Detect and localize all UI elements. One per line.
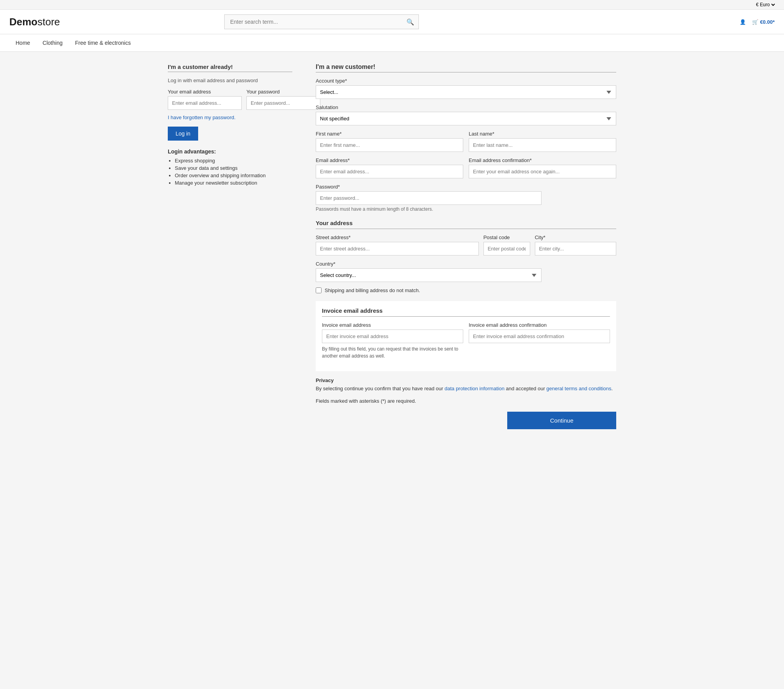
invoice-section-title: Invoice email address (322, 307, 610, 314)
existing-customer-section: I'm a customer already! Log in with emai… (168, 63, 292, 187)
new-customer-divider (316, 72, 616, 72)
invoice-section: Invoice email address Invoice email addr… (316, 301, 616, 371)
privacy-section: Privacy By selecting continue you confir… (316, 377, 616, 393)
salutation-select[interactable]: Not specified Mr. Mrs. Mx. (316, 112, 616, 125)
forgot-password-link[interactable]: I have forgotten my password. (168, 115, 292, 120)
search-input[interactable] (224, 14, 419, 29)
salutation-group: Salutation Not specified Mr. Mrs. Mx. (316, 104, 616, 125)
terms-link[interactable]: general terms and conditions (547, 386, 612, 391)
invoice-email-input[interactable] (322, 330, 463, 343)
account-type-group: Account type* Select... Private customer… (316, 78, 616, 99)
nav-item-free-time[interactable]: Free time & electronics (69, 34, 137, 51)
advantage-item: Save your data and settings (175, 165, 292, 171)
currency-selector[interactable]: € Euro $ USD (754, 2, 776, 8)
account-type-wrap: Select... Private customer Business cust… (316, 85, 616, 99)
country-wrap: Select country... Germany Austria Switze… (316, 268, 541, 282)
top-bar: € Euro $ USD (0, 0, 784, 10)
new-password-input[interactable] (316, 191, 541, 205)
account-link[interactable]: 👤 (740, 19, 746, 25)
header: Demostore 🔍 👤 🛒 €0.00* (0, 10, 784, 34)
postal-group: Postal code (483, 234, 530, 256)
salutation-label: Salutation (316, 104, 616, 110)
country-select[interactable]: Select country... Germany Austria Switze… (316, 268, 541, 282)
cart-icon: 🛒 (752, 19, 758, 25)
data-protection-link[interactable]: data protection information (445, 386, 505, 391)
new-customer-title: I'm a new customer! (316, 63, 616, 70)
invoice-divider (322, 316, 610, 317)
email-confirm-group: Email address confirmation* (469, 157, 616, 178)
cart-link[interactable]: 🛒 €0.00* (752, 19, 775, 25)
email-confirm-label: Email address confirmation* (469, 157, 616, 163)
continue-button[interactable]: Continue (507, 412, 616, 429)
main-content: I'm a customer already! Log in with emai… (158, 63, 626, 441)
email-input[interactable] (168, 96, 242, 110)
invoice-email-label: Invoice email address (322, 322, 463, 328)
continue-row: Continue (316, 412, 616, 441)
account-icon: 👤 (740, 19, 746, 25)
nav-item-clothing[interactable]: Clothing (36, 34, 69, 51)
logo-regular: store (37, 16, 60, 28)
new-password-group: Password* Passwords must have a minimum … (316, 184, 616, 212)
login-subtitle: Log in with email address and password (168, 78, 292, 83)
street-label: Street address* (316, 234, 479, 240)
invoice-hint: By filling out this field, you can reque… (322, 345, 463, 359)
logo[interactable]: Demostore (9, 16, 60, 28)
new-password-label: Password* (316, 184, 616, 190)
account-type-select[interactable]: Select... Private customer Business cust… (316, 85, 616, 99)
country-group: Country* Select country... Germany Austr… (316, 261, 616, 282)
advantages-list: Express shopping Save your data and sett… (168, 158, 292, 186)
advantage-item: Order overview and shipping information (175, 173, 292, 178)
salutation-wrap: Not specified Mr. Mrs. Mx. (316, 112, 616, 125)
new-email-group: Email address* (316, 157, 463, 178)
new-email-label: Email address* (316, 157, 463, 163)
privacy-text: By selecting continue you confirm that y… (316, 385, 616, 393)
invoice-confirm-input[interactable] (469, 330, 610, 343)
password-group: Your password (246, 89, 320, 110)
account-type-label: Account type* (316, 78, 616, 84)
address-section-title: Your address (316, 220, 616, 226)
name-row: First name* Last name* (316, 131, 616, 152)
logo-bold: Demo (9, 16, 37, 28)
shipping-checkbox-label[interactable]: Shipping and billing address do not matc… (325, 287, 420, 293)
search-wrap: 🔍 (224, 14, 419, 29)
login-credentials-row: Your email address Your password (168, 89, 292, 110)
last-name-group: Last name* (469, 131, 616, 152)
address-row: Street address* Postal code City* (316, 234, 616, 256)
city-input[interactable] (535, 242, 616, 256)
street-group: Street address* (316, 234, 479, 256)
last-name-label: Last name* (469, 131, 616, 137)
existing-customer-divider (168, 72, 292, 72)
new-customer-section: I'm a new customer! Account type* Select… (316, 63, 616, 441)
cart-price: €0.00* (760, 19, 775, 25)
advantages-title: Login advantages: (168, 148, 292, 155)
password-hint: Passwords must have a minimum length of … (316, 206, 616, 212)
header-actions: 👤 🛒 €0.00* (740, 19, 775, 25)
invoice-confirm-group: Invoice email address confirmation (469, 322, 610, 359)
postal-label: Postal code (483, 234, 530, 240)
nav-item-home[interactable]: Home (9, 34, 36, 51)
main-nav: Home Clothing Free time & electronics (0, 34, 784, 52)
shipping-checkbox[interactable] (316, 287, 322, 293)
postal-input[interactable] (483, 242, 530, 256)
invoice-email-row: Invoice email address By filling out thi… (322, 322, 610, 359)
city-label: City* (535, 234, 616, 240)
first-name-label: First name* (316, 131, 463, 137)
privacy-text-before: By selecting continue you confirm that y… (316, 386, 445, 391)
email-label: Your email address (168, 89, 242, 95)
invoice-email-group: Invoice email address By filling out thi… (322, 322, 463, 359)
privacy-text-middle: and accepted our (505, 386, 547, 391)
shipping-checkbox-row: Shipping and billing address do not matc… (316, 287, 616, 293)
advantage-item: Manage your newsletter subscription (175, 180, 292, 186)
street-input[interactable] (316, 242, 479, 256)
login-button[interactable]: Log in (168, 127, 198, 141)
login-advantages: Login advantages: Express shopping Save … (168, 148, 292, 186)
search-icon[interactable]: 🔍 (406, 18, 414, 26)
first-name-input[interactable] (316, 138, 463, 152)
country-label: Country* (316, 261, 616, 267)
last-name-input[interactable] (469, 138, 616, 152)
first-name-group: First name* (316, 131, 463, 152)
new-email-input[interactable] (316, 165, 463, 178)
email-group: Your email address (168, 89, 242, 110)
password-input[interactable] (246, 96, 320, 110)
email-confirm-input[interactable] (469, 165, 616, 178)
